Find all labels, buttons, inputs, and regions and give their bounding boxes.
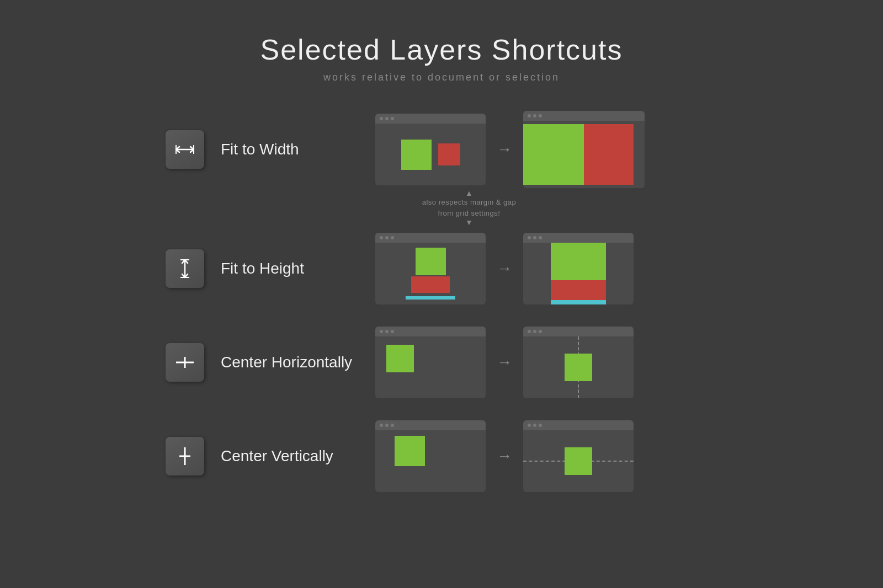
green-block-large [551, 243, 606, 280]
dot3 [539, 424, 542, 427]
arrow-icon: → [497, 260, 512, 277]
center-vertically-button[interactable] [166, 437, 204, 475]
center-vertically-row: Center Vertically → [166, 420, 717, 492]
center-horizontally-button[interactable] [166, 343, 204, 382]
dot3 [391, 330, 394, 333]
page-title: Selected Layers Shortcuts [260, 33, 623, 66]
center-horizontally-before [375, 327, 486, 398]
center-horizontally-row: Center Horizontally → [166, 327, 717, 398]
window-body [523, 121, 645, 188]
green-block-centered [565, 447, 592, 475]
center-horizontally-after [523, 327, 634, 398]
red-block-large [584, 124, 634, 185]
dot1 [528, 424, 531, 427]
dot2 [533, 330, 536, 333]
arrow-icon: → [497, 354, 512, 371]
window-titlebar [523, 420, 634, 430]
dot1 [528, 236, 531, 239]
arrow-icon: → [497, 141, 512, 158]
note-arrow-down: ▼ [465, 218, 473, 226]
fit-to-height-button[interactable] [166, 249, 204, 288]
fit-to-height-label: Fit to Height [221, 260, 375, 277]
dot3 [539, 114, 542, 117]
dot1 [380, 117, 383, 120]
center-vertically-label: Center Vertically [221, 447, 375, 465]
page-header: Selected Layers Shortcuts works relative… [260, 33, 623, 83]
arrow-icon: → [497, 447, 512, 465]
center-h-icon [175, 352, 195, 372]
window-titlebar [375, 327, 486, 336]
window-titlebar [523, 111, 645, 121]
fit-to-width-section: Fit to Width → [166, 111, 717, 227]
fit-to-width-label: Fit to Width [221, 141, 375, 158]
dot1 [380, 236, 383, 239]
dot2 [385, 236, 389, 239]
dot2 [385, 330, 389, 333]
green-block [416, 248, 446, 275]
dot2 [533, 424, 536, 427]
dot2 [385, 117, 389, 120]
window-body [375, 124, 486, 185]
note-text: also respects margin & gapfrom grid sett… [422, 197, 517, 218]
dot1 [380, 330, 383, 333]
green-block [386, 345, 414, 372]
dot1 [528, 330, 531, 333]
green-block [395, 436, 425, 466]
center-v-icon [175, 446, 195, 466]
dot3 [391, 117, 394, 120]
window-body [375, 243, 486, 304]
green-block-large [523, 124, 584, 185]
center-vertically-after [523, 420, 634, 492]
window-body [523, 336, 634, 398]
red-block [411, 276, 450, 293]
dot2 [533, 236, 536, 239]
shortcuts-list: Fit to Width → [166, 111, 717, 492]
fit-to-width-row: Fit to Width → [166, 111, 717, 188]
window-titlebar [375, 233, 486, 243]
cyan-bar-large [551, 300, 606, 304]
center-horizontally-label: Center Horizontally [221, 354, 375, 371]
fit-to-width-button[interactable] [166, 130, 204, 169]
window-body [523, 243, 634, 304]
window-body [523, 430, 634, 492]
cyan-bar [406, 296, 455, 300]
dot3 [391, 424, 394, 427]
dot1 [380, 424, 383, 427]
green-block-centered [565, 354, 592, 381]
dot3 [539, 330, 542, 333]
window-titlebar [523, 233, 634, 243]
fit-to-height-before [375, 233, 486, 304]
note-area: ▲ also respects margin & gapfrom grid se… [221, 189, 717, 226]
vertical-arrows-icon [175, 259, 195, 279]
note-arrow-up: ▲ [465, 189, 473, 197]
green-block [401, 140, 432, 170]
window-titlebar [375, 420, 486, 430]
red-block [438, 143, 460, 165]
window-titlebar [523, 327, 634, 336]
dot1 [528, 114, 531, 117]
horizontal-arrows-icon [175, 140, 195, 159]
window-body [375, 430, 486, 492]
center-vertically-before [375, 420, 486, 492]
dot2 [385, 424, 389, 427]
window-titlebar [375, 114, 486, 124]
fit-to-width-before [375, 114, 486, 185]
window-body [375, 336, 486, 398]
page-subtitle: works relative to document or selection [260, 72, 623, 83]
red-block-large [551, 280, 606, 300]
dot2 [533, 114, 536, 117]
dot3 [539, 236, 542, 239]
fit-to-height-after [523, 233, 634, 304]
fit-to-width-after [523, 111, 645, 188]
fit-to-height-row: Fit to Height → [166, 233, 717, 304]
dot3 [391, 236, 394, 239]
